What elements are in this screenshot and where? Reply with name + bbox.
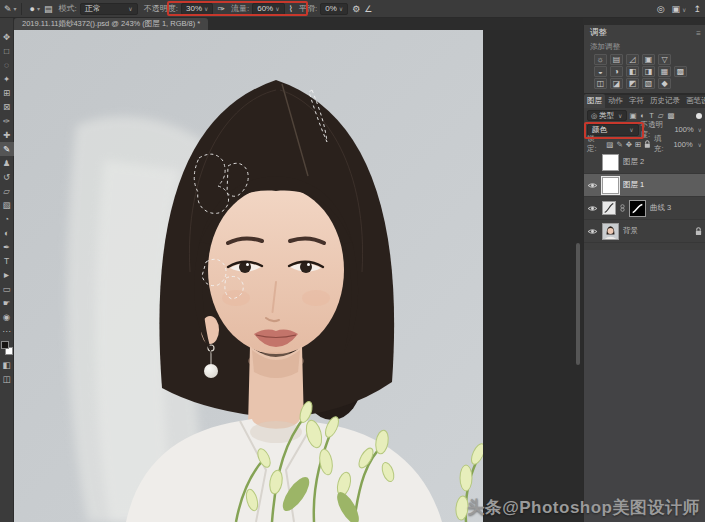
lock-position-icon[interactable]: ✥ (626, 140, 632, 149)
background-layer-thumbnail[interactable] (602, 223, 619, 240)
quick-mask-icon[interactable]: ◧ (0, 358, 14, 372)
photo-filter-adjustment-icon[interactable]: ◨ (642, 66, 655, 77)
layer-row[interactable]: 图层 2 (584, 151, 705, 174)
toggle-brush-settings-icon[interactable]: ▤ (44, 4, 53, 14)
curves-adjustment-icon[interactable] (602, 201, 616, 215)
tab-动作[interactable]: 动作 (605, 94, 626, 108)
layers-panel: ◎ 类型 ∨ ▣◐T▱▩ 颜色 ∨ 不透明度: 100% ∨ 锁定: ▨✎✥⊞ … (583, 108, 705, 250)
gradient-tool-icon[interactable]: ▧ (0, 198, 14, 212)
threshold-adjustment-icon[interactable]: ◩ (626, 78, 639, 89)
eye-icon (587, 228, 598, 235)
tab-字符[interactable]: 字符 (626, 94, 647, 108)
screen-mode-icon[interactable]: ◫ (0, 372, 14, 386)
flow-label: 流量: (231, 3, 249, 14)
fill-value[interactable]: 100% (673, 140, 692, 149)
smoothing-select[interactable]: 0% ∨ (320, 3, 348, 15)
layer-row[interactable]: 曲线 3 (584, 197, 705, 220)
tab-图层[interactable]: 图层 (584, 94, 605, 108)
flow-value: 60% (257, 4, 273, 13)
flow-select[interactable]: 60% ∨ (252, 3, 284, 15)
opacity-select[interactable]: 30% ∨ (181, 3, 213, 15)
posterize-adjustment-icon[interactable]: ◪ (610, 78, 623, 89)
document-tab[interactable]: 2019.11.11婚纱4372().psd @ 243% (图层 1, RGB… (14, 18, 208, 30)
vibrance-adjustment-icon[interactable]: ▽ (658, 54, 671, 65)
type-tool-icon[interactable]: T (0, 254, 14, 268)
brightness-contrast-adjustment-icon[interactable]: ☼ (594, 54, 607, 65)
channel-mixer-adjustment-icon[interactable]: ▦ (658, 66, 671, 77)
share-icon[interactable]: ↥ (693, 4, 701, 14)
filter-toggle-icon[interactable] (696, 113, 702, 119)
chevron-down-icon[interactable]: ∨ (698, 141, 702, 148)
layer-mask-thumbnail[interactable] (629, 200, 646, 217)
smoothing-options-gear-icon[interactable]: ⚙ (352, 4, 360, 14)
edit-toolbar-icon[interactable]: ⋯ (0, 324, 14, 338)
hue-saturation-adjustment-icon[interactable]: ◒ (594, 66, 607, 77)
eyedropper-tool-icon[interactable]: ✑ (0, 114, 14, 128)
tab-历史记录[interactable]: 历史记录 (647, 94, 683, 108)
blur-tool-icon[interactable]: ◔ (0, 212, 14, 226)
panel-menu-icon[interactable]: ≡ (696, 29, 700, 38)
exposure-adjustment-icon[interactable]: ▣ (642, 54, 655, 65)
visibility-toggle[interactable] (587, 182, 598, 189)
eraser-tool-icon[interactable]: ▱ (0, 184, 14, 198)
hand-tool-icon[interactable]: ☛ (0, 296, 14, 310)
path-selection-tool-icon[interactable]: ► (0, 268, 14, 282)
move-tool-icon[interactable]: ✥ (0, 30, 14, 44)
chevron-down-icon[interactable]: ▾ (37, 5, 40, 12)
levels-adjustment-icon[interactable]: ▤ (610, 54, 623, 65)
curves-adjustment-icon[interactable]: ◿ (626, 54, 639, 65)
marquee-tool-icon[interactable]: □ (0, 44, 14, 58)
layer-opacity-value[interactable]: 100% (674, 125, 693, 134)
invert-adjustment-icon[interactable]: ◫ (594, 78, 607, 89)
brush-preset-icon[interactable]: ● (30, 4, 35, 14)
airbrush-icon[interactable]: ⌇ (289, 4, 293, 14)
brush-tool-icon[interactable]: ✎ (4, 4, 12, 14)
filter-kind-select[interactable]: ◎ 类型 ∨ (587, 110, 627, 121)
tab-画笔设置[interactable]: 画笔设置 (683, 94, 705, 108)
brush-tool-icon[interactable]: ✎ (0, 142, 14, 156)
dodge-tool-icon[interactable]: ◐ (0, 226, 14, 240)
chevron-down-icon[interactable]: ∨ (698, 126, 702, 133)
clone-stamp-tool-icon[interactable]: ♟ (0, 156, 14, 170)
shape-tool-icon[interactable]: ▭ (0, 282, 14, 296)
dock-gap (583, 18, 705, 25)
color-balance-adjustment-icon[interactable]: ◑ (610, 66, 623, 77)
history-brush-tool-icon[interactable]: ↺ (0, 170, 14, 184)
lock-artboard-icon[interactable]: ⊞ (635, 140, 641, 149)
brush-angle-icon[interactable]: ∠ (364, 4, 372, 14)
selective-color-adjustment-icon[interactable]: ◆ (658, 78, 671, 89)
chevron-down-icon[interactable]: ▾ (14, 5, 17, 12)
pressure-opacity-icon[interactable]: ✑ (217, 4, 225, 14)
frame-tool-icon[interactable]: ⊠ (0, 100, 14, 114)
lock-image-pixels-icon[interactable]: ✎ (616, 140, 622, 149)
layer-row[interactable]: 背景 (584, 220, 705, 243)
canvas-image[interactable] (14, 30, 483, 522)
eye-icon (587, 205, 598, 212)
layer-row[interactable]: 图层 1 (584, 174, 705, 197)
visibility-toggle[interactable] (587, 228, 598, 235)
pixel-layer-filter-icon[interactable]: ▣ (630, 111, 637, 120)
visibility-toggle[interactable] (587, 205, 598, 212)
color-swatches[interactable] (1, 341, 13, 355)
lock-transparent-pixels-icon[interactable]: ▨ (606, 140, 613, 149)
search-icon[interactable]: ◎ (657, 4, 665, 14)
lock-icons: ▨✎✥⊞ (606, 140, 641, 149)
crop-tool-icon[interactable]: ⊞ (0, 86, 14, 100)
gradient-map-adjustment-icon[interactable]: ▧ (642, 78, 655, 89)
vertical-scrollbar[interactable] (576, 243, 580, 365)
quick-selection-tool-icon[interactable]: ✦ (0, 72, 14, 86)
layer-thumbnail[interactable] (602, 154, 619, 171)
zoom-tool-icon[interactable]: ◉ (0, 310, 14, 324)
document-tab-strip: 2019.11.11婚纱4372().psd @ 243% (图层 1, RGB… (14, 18, 583, 30)
lock-all-icon[interactable] (644, 140, 651, 149)
chevron-down-icon[interactable]: ∨ (682, 6, 686, 13)
layer-thumbnail[interactable] (602, 177, 619, 194)
pen-tool-icon[interactable]: ✒ (0, 240, 14, 254)
blend-mode-select[interactable]: 正常 ∨ (80, 3, 138, 15)
lasso-tool-icon[interactable]: ◌ (0, 58, 14, 72)
workspace-icon[interactable]: ▣ (672, 4, 681, 14)
color-lookup-adjustment-icon[interactable]: ▩ (674, 66, 687, 77)
black-white-adjustment-icon[interactable]: ◧ (626, 66, 639, 77)
foreground-color-swatch[interactable] (1, 341, 9, 349)
healing-brush-tool-icon[interactable]: ✚ (0, 128, 14, 142)
